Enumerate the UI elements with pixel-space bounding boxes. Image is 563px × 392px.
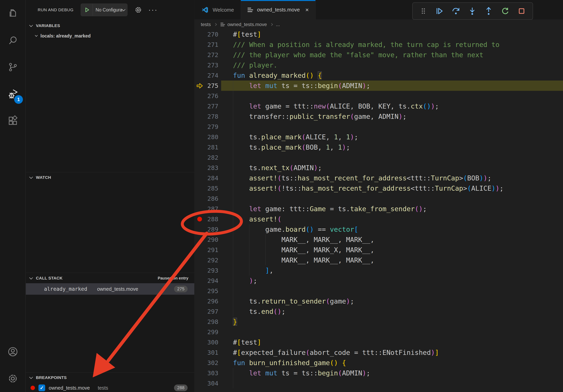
code-text[interactable]: let mut ts = ts::begin(ADMIN);: [221, 368, 563, 378]
code-row-284[interactable]: 284 assert!(ts::has_most_recent_for_addr…: [194, 173, 563, 183]
code-text[interactable]: assert!(ts::has_most_recent_for_address<…: [221, 173, 563, 183]
breakpoint-dot-icon[interactable]: [194, 217, 205, 222]
code-row-296[interactable]: 296 ts.return_to_sender(game);: [194, 296, 563, 306]
code-row-291[interactable]: 291 MARK__, MARK_X, MARK__,: [194, 245, 563, 255]
restart-icon[interactable]: [501, 7, 510, 15]
code-text[interactable]: let game: ttt::Game = ts.take_from_sende…: [221, 204, 563, 214]
code-text[interactable]: fun burn_unfinished_game() {: [221, 358, 563, 368]
code-row-277[interactable]: 277 let game = ttt::new(ALICE, BOB, KEY,…: [194, 101, 563, 111]
code-row-288[interactable]: 288 assert!(: [194, 214, 563, 224]
code-row-303[interactable]: 303 let mut ts = ts::begin(ADMIN);: [194, 368, 563, 378]
code-row-281[interactable]: 281 ts.place_mark(BOB, 1, 1);: [194, 142, 563, 152]
code-text[interactable]: fun already_marked() {: [221, 70, 563, 80]
start-debug-config[interactable]: No Configura: [81, 3, 128, 16]
code-text[interactable]: game.board() == vector[: [221, 224, 563, 235]
code-row-298[interactable]: 298}: [194, 317, 563, 327]
code-row-272[interactable]: 272/// the player who made the "false" m…: [194, 50, 563, 60]
search-icon[interactable]: [0, 27, 26, 54]
code-row-280[interactable]: 280 ts.place_mark(ALICE, 1, 1);: [194, 132, 563, 142]
code-row-295[interactable]: 295: [194, 286, 563, 296]
breadcrumb-file[interactable]: owned_tests.move: [228, 22, 267, 27]
start-debug-icon[interactable]: [81, 4, 93, 16]
breadcrumb-folder[interactable]: tests: [201, 22, 211, 27]
code-text[interactable]: assert!(: [221, 214, 563, 224]
code-text[interactable]: [221, 378, 563, 389]
code-text[interactable]: [221, 194, 563, 204]
code-row-297[interactable]: 297 ts.end();: [194, 306, 563, 317]
code-text[interactable]: [221, 91, 563, 101]
gutter-margin[interactable]: [194, 82, 205, 89]
breadcrumb-symbol[interactable]: ...: [276, 22, 280, 27]
code-row-287[interactable]: 287 let game: ttt::Game = ts.take_from_s…: [194, 204, 563, 214]
code-row-289[interactable]: 289 game.board() == vector[: [194, 224, 563, 235]
code-text[interactable]: ],: [221, 265, 563, 275]
code-text[interactable]: #[expected_failure(abort_code = ttt::ENo…: [221, 347, 563, 358]
code-text[interactable]: assert!(!ts::has_most_recent_for_address…: [221, 183, 563, 194]
explorer-icon[interactable]: [0, 0, 26, 27]
code-row-283[interactable]: 283 ts.next_tx(ADMIN);: [194, 163, 563, 173]
variables-header[interactable]: VARIABLES: [26, 21, 194, 31]
code-text[interactable]: ts.next_tx(ADMIN);: [221, 163, 563, 173]
code-text[interactable]: #[test]: [221, 29, 563, 39]
variables-locals-row[interactable]: locals: already_marked: [26, 31, 194, 41]
code-text[interactable]: MARK__, MARK_X, MARK__,: [221, 245, 563, 255]
code-text[interactable]: ts.place_mark(ALICE, 1, 1);: [221, 132, 563, 142]
code-text[interactable]: let game = ttt::new(ALICE, BOB, KEY, ts.…: [221, 101, 563, 111]
code-text[interactable]: let mut ts = ts::begin(ADMIN);: [221, 80, 563, 91]
code-row-293[interactable]: 293 ],: [194, 265, 563, 275]
breakpoint-checkbox[interactable]: ✓: [38, 384, 45, 391]
code-row-273[interactable]: 273/// player.: [194, 60, 563, 70]
account-icon[interactable]: [0, 338, 26, 365]
code-text[interactable]: );: [221, 275, 563, 286]
code-text[interactable]: /// the player who made the "false" move…: [221, 50, 563, 60]
code-text[interactable]: /// player.: [221, 60, 563, 70]
extensions-icon[interactable]: [0, 107, 26, 134]
code-text[interactable]: [221, 122, 563, 132]
step-into-icon[interactable]: [468, 7, 477, 15]
code-text[interactable]: #[test]: [221, 337, 563, 347]
code-text[interactable]: MARK__, MARK__, MARK__,: [221, 235, 563, 245]
code-row-271[interactable]: 271/// When a position is already marked…: [194, 39, 563, 50]
code-text[interactable]: [221, 152, 563, 163]
code-text[interactable]: /// When a position is already marked, t…: [221, 39, 563, 50]
run-and-debug-icon[interactable]: 1: [0, 80, 26, 107]
code-row-276[interactable]: 276: [194, 91, 563, 101]
code-row-275[interactable]: 275 let mut ts = ts::begin(ADMIN);: [194, 80, 563, 91]
code-text[interactable]: [221, 286, 563, 296]
code-row-294[interactable]: 294 );: [194, 275, 563, 286]
code-row-292[interactable]: 292 MARK__, MARK__, MARK__,: [194, 255, 563, 265]
tab-welcome[interactable]: Welcome: [194, 0, 241, 20]
code-text[interactable]: transfer::public_transfer(game, ADMIN);: [221, 111, 563, 122]
code-row-301[interactable]: 301#[expected_failure(abort_code = ttt::…: [194, 347, 563, 358]
code-row-274[interactable]: 274fun already_marked() {: [194, 70, 563, 80]
more-actions-icon[interactable]: ···: [148, 6, 158, 14]
code-row-290[interactable]: 290 MARK__, MARK__, MARK__,: [194, 235, 563, 245]
stop-icon[interactable]: [517, 7, 526, 15]
code-row-304[interactable]: 304: [194, 378, 563, 389]
debug-settings-gear-icon[interactable]: [134, 6, 142, 14]
code-text[interactable]: ts.place_mark(BOB, 1, 1);: [221, 142, 563, 152]
code-row-282[interactable]: 282: [194, 152, 563, 163]
breakpoints-header[interactable]: BREAKPOINTS: [26, 372, 194, 383]
code-row-278[interactable]: 278 transfer::public_transfer(game, ADMI…: [194, 111, 563, 122]
code-text[interactable]: ts.return_to_sender(game);: [221, 296, 563, 306]
code-row-270[interactable]: 270#[test]: [194, 29, 563, 39]
code-text[interactable]: [221, 327, 563, 337]
code-row-286[interactable]: 286: [194, 194, 563, 204]
code-row-300[interactable]: 300#[test]: [194, 337, 563, 347]
step-over-icon[interactable]: [451, 7, 460, 15]
code-text[interactable]: ts.end();: [221, 306, 563, 317]
call-stack-header[interactable]: CALL STACK Paused on entry: [26, 273, 194, 283]
stack-frame-row[interactable]: already_marked owned_tests.move 275: [26, 283, 194, 295]
toolbar-drag-grip[interactable]: [419, 7, 427, 15]
code-row-285[interactable]: 285 assert!(!ts::has_most_recent_for_add…: [194, 183, 563, 194]
code-row-279[interactable]: 279: [194, 122, 563, 132]
settings-gear-icon[interactable]: [0, 365, 26, 392]
tab-owned-tests[interactable]: owned_tests.move ×: [241, 0, 316, 20]
config-dropdown[interactable]: No Configura: [93, 7, 128, 13]
close-tab-icon[interactable]: ×: [305, 7, 309, 13]
code-row-302[interactable]: 302fun burn_unfinished_game() {: [194, 358, 563, 368]
step-out-icon[interactable]: [484, 7, 493, 15]
continue-icon[interactable]: [435, 7, 444, 15]
code-row-299[interactable]: 299: [194, 327, 563, 337]
